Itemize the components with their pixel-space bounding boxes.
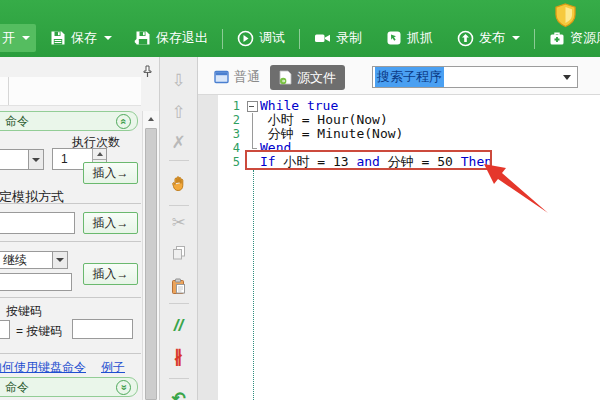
spin-up-icon[interactable] (93, 149, 106, 160)
code-line[interactable]: 2 小时 = Hour(Now) (198, 113, 600, 127)
chevron-down-icon[interactable] (52, 252, 67, 268)
expand-icon[interactable]: « (116, 380, 131, 395)
continue-dropdown-value: 继续 (0, 252, 52, 269)
uncomment-button[interactable]: ∦ (166, 343, 192, 369)
highlight-box (245, 150, 492, 170)
move-down-button[interactable]: ⇩ (166, 67, 192, 93)
sidebar-scrollbar[interactable] (142, 111, 159, 400)
divider (0, 353, 141, 354)
keyboard-help-link[interactable]: 如何使用键盘命令 (0, 359, 86, 376)
mouse-commands-header[interactable]: 命令 « (0, 377, 138, 397)
tab-normal[interactable]: 普通 (214, 68, 260, 86)
copy-button[interactable] (166, 240, 192, 266)
screen-capture-icon (386, 30, 402, 46)
command-sidebar: 命令 « 执行次数 1 插入→ 设定模拟方式 插入→ 继续 插入→ 按键码 = … (0, 57, 160, 400)
fold-toggle-icon[interactable] (244, 99, 260, 113)
line-number: 1 (198, 99, 244, 113)
keycode-value-input[interactable] (72, 319, 133, 339)
example-link[interactable]: 例子 (101, 359, 125, 376)
play-circle-icon (237, 30, 254, 47)
subroutine-select-value: 搜索子程序 (375, 67, 444, 87)
hand-icon (170, 174, 188, 192)
divider (0, 203, 141, 204)
save-label: 保存 (71, 29, 97, 47)
tab-normal-label: 普通 (234, 68, 260, 86)
save-exit-button[interactable]: 保存退出 (128, 24, 214, 52)
keycode-eq-label: = 按键码 (16, 323, 62, 340)
pin-icon[interactable] (142, 65, 153, 78)
chevron-down-icon (563, 75, 571, 80)
collapse-icon[interactable]: « (116, 114, 131, 129)
undo-icon: ↶ (171, 390, 185, 400)
publish-button[interactable]: 发布 (451, 24, 526, 52)
subroutine-select[interactable]: 搜索子程序 (372, 66, 578, 88)
camera-icon (314, 30, 331, 46)
divider (169, 303, 189, 304)
paste-button[interactable] (166, 273, 192, 299)
copy-icon (171, 245, 187, 261)
line-number: 3 (198, 127, 244, 141)
continue-dropdown[interactable]: 继续 (0, 251, 68, 269)
editor-tab-bar: 普通 源文件 搜索子程序 (198, 57, 600, 95)
move-up-button[interactable]: ⇧ (166, 99, 192, 125)
code-line[interactable]: 3 分钟 = Minute(Now) (198, 127, 600, 141)
tab-source-file[interactable]: 源文件 (270, 65, 345, 90)
chevron-down-icon (104, 36, 112, 40)
edit-tool-strip: ⇩ ⇧ ✗ ✂ // ∦ ↶ (160, 57, 198, 400)
fold-guide (244, 113, 260, 127)
delete-icon: ✗ (171, 134, 185, 151)
comment-button[interactable]: // (166, 312, 192, 338)
sim-mode-input[interactable] (0, 212, 75, 234)
debug-button[interactable]: 调试 (231, 24, 291, 52)
window-icon (214, 70, 229, 84)
move-up-icon: ⇧ (171, 104, 185, 121)
tab-source-label: 源文件 (297, 69, 336, 87)
line-number: 2 (198, 113, 244, 127)
line-number: 4 (198, 141, 244, 155)
record-button[interactable]: 录制 (308, 24, 368, 52)
insert-button[interactable]: 插入→ (83, 263, 138, 285)
save-exit-label: 保存退出 (156, 29, 208, 47)
record-label: 录制 (336, 29, 362, 47)
chevron-down-icon (512, 36, 520, 40)
toolbox-icon (549, 30, 565, 46)
delete-button[interactable]: ✗ (166, 129, 192, 155)
code-text: While true (260, 99, 338, 113)
open-label: 开 (2, 29, 15, 47)
insert-button[interactable]: 插入→ (83, 162, 138, 184)
resources-button[interactable]: 资源库 (543, 24, 600, 52)
chevron-down-icon[interactable] (28, 150, 43, 169)
publish-label: 发布 (479, 29, 505, 47)
comment-icon: // (174, 317, 183, 334)
wait-key-input[interactable] (0, 273, 72, 291)
grab-button[interactable]: 抓抓 (380, 24, 439, 52)
code-text: 分钟 = Minute(Now) (260, 127, 403, 141)
move-down-icon: ⇩ (171, 72, 185, 89)
code-text: 小时 = Hour(Now) (260, 113, 388, 127)
section-title: 命令 (5, 113, 116, 130)
undo-button[interactable]: ↶ (166, 385, 192, 400)
code-line[interactable]: 1While true (198, 99, 600, 113)
divider (0, 241, 141, 242)
divider (169, 378, 189, 379)
scissors-icon: ✂ (171, 214, 185, 231)
cut-button[interactable]: ✂ (166, 209, 192, 235)
scrollbar-thumb[interactable] (145, 128, 157, 400)
divider (169, 160, 189, 161)
keycode-key-input[interactable] (0, 320, 10, 339)
sidebar-tabstrip (0, 77, 141, 106)
uncomment-icon: ∦ (174, 348, 183, 365)
quick-macro-window: 开 保存 保存退出 调试 录制 抓抓 发布 (0, 0, 600, 400)
keycode-section-label: 按键码 (6, 303, 42, 320)
paste-icon (170, 278, 187, 295)
open-button[interactable]: 开 (0, 24, 36, 52)
keyboard-commands-header[interactable]: 命令 « (0, 111, 138, 131)
toolbar-separator (222, 29, 223, 49)
key-select-dropdown[interactable] (0, 149, 44, 170)
scroll-up-icon[interactable] (143, 111, 159, 127)
toolbar-separator (299, 29, 300, 49)
save-button[interactable]: 保存 (44, 24, 118, 52)
insert-button[interactable]: 插入→ (83, 212, 138, 234)
hand-tool-button[interactable] (166, 170, 192, 196)
main-toolbar: 开 保存 保存退出 调试 录制 抓抓 发布 (0, 0, 600, 57)
